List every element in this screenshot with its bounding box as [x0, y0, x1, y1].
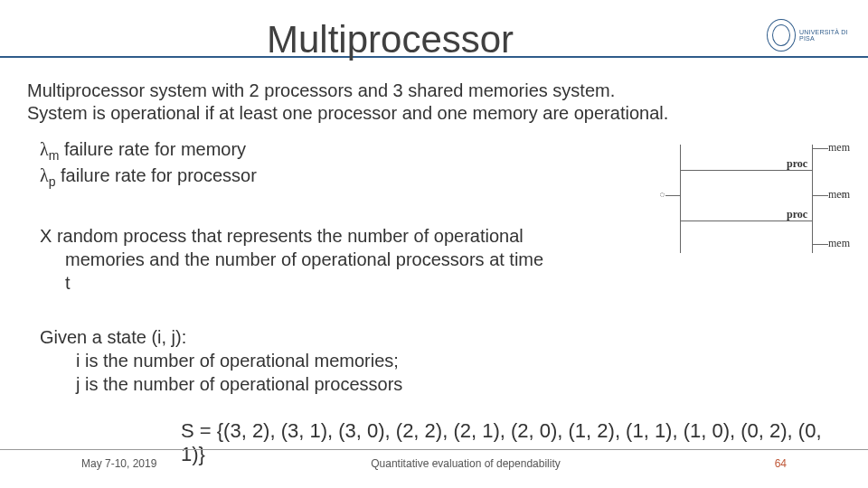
multiprocessor-diagram: mem mem mem proc proc [660, 137, 852, 262]
given-i: i is the number of operational memories; [76, 349, 841, 372]
intro-line-2: System is operational if at least one pr… [27, 102, 841, 125]
lambda-m-symbol: λ [40, 139, 49, 159]
seal-icon [767, 19, 796, 52]
x-definition: X random process that represents the num… [40, 224, 546, 295]
footer: May 7-10, 2019 Quantitative evaluation o… [0, 449, 868, 470]
bus-right [812, 145, 813, 253]
node-left [660, 192, 665, 197]
page-number: 64 [775, 457, 787, 470]
footer-title: Quantitative evaluation of dependability [371, 457, 560, 470]
university-name: UNIVERSITÀ DI PISA [799, 29, 857, 42]
label-proc-1: proc [787, 157, 807, 171]
footer-row: May 7-10, 2019 Quantitative evaluation o… [0, 457, 868, 470]
state-definition: Given a state (i, j): i is the number of… [40, 325, 841, 396]
slide: Multiprocessor UNIVERSITÀ DI PISA Multip… [0, 0, 868, 488]
title-bar: Multiprocessor [0, 18, 868, 69]
label-proc-2: proc [787, 208, 807, 221]
bus-left-stub [665, 195, 680, 196]
lambda-m-sub: m [49, 148, 60, 163]
footer-rule [0, 449, 868, 450]
lambda-p-symbol: λ [40, 165, 49, 185]
intro-line-1: Multiprocessor system with 2 processors … [27, 80, 841, 102]
label-mem-3: mem [828, 237, 850, 250]
university-logo: UNIVERSITÀ DI PISA [767, 9, 857, 61]
bus-mem1 [812, 148, 828, 149]
lambda-p-sub: p [49, 174, 56, 189]
footer-date: May 7-10, 2019 [81, 457, 156, 470]
x-def-line-2: memories and the number of operational p… [65, 248, 546, 295]
slide-title: Multiprocessor [267, 18, 514, 61]
bus-mem3 [812, 244, 828, 245]
given-head: Given a state (i, j): [40, 325, 841, 349]
rate-processor-text: failure rate for processor [56, 165, 257, 185]
label-mem-1: mem [828, 141, 850, 155]
x-def-line-1: X random process that represents the num… [40, 224, 546, 248]
label-mem-2: mem [828, 188, 850, 202]
rate-memory-text: failure rate for memory [59, 139, 246, 159]
bus-mem2 [812, 195, 828, 196]
given-j: j is the number of operational processor… [76, 372, 841, 396]
bus-left [680, 145, 681, 253]
